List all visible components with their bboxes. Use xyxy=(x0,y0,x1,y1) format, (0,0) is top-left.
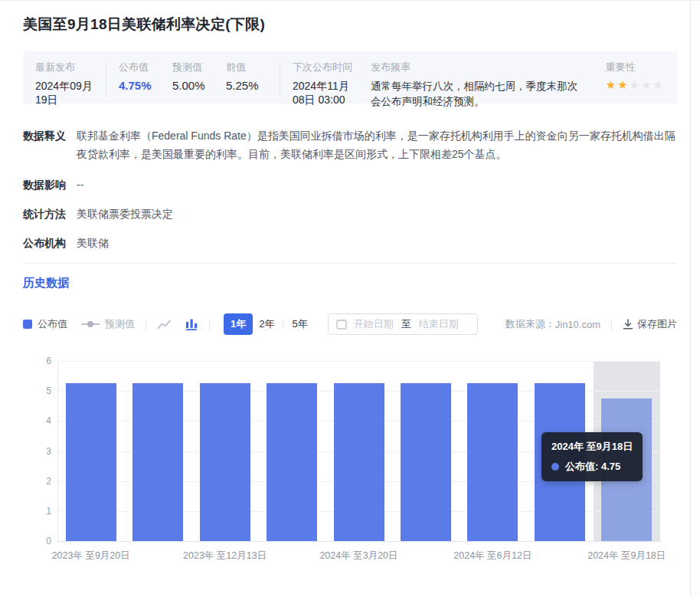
previous-value: 5.25% xyxy=(226,79,267,93)
detail-value: -- xyxy=(77,175,83,194)
importance-label: 重要性 xyxy=(606,61,665,74)
bar[interactable] xyxy=(132,383,183,541)
y-axis-label: 6 xyxy=(28,356,51,366)
tooltip-series-row: 公布值: 4.75 xyxy=(551,460,633,474)
y-axis-label: 3 xyxy=(28,446,51,457)
range-button-5y[interactable]: 5年 xyxy=(286,313,313,335)
latest-release-label: 最新发布 xyxy=(35,61,93,74)
published-value: 4.75% xyxy=(119,79,160,93)
start-date-placeholder[interactable]: 开始日期 xyxy=(354,317,394,331)
history-bar-chart[interactable]: 65432102024年 至9月18日2024年 至6月12日2024年 至3月… xyxy=(23,346,677,576)
right-tools: 数据来源： Jin10.com 保存图片 xyxy=(505,317,677,331)
save-image-button[interactable]: 保存图片 xyxy=(623,317,677,331)
bar[interactable] xyxy=(467,383,518,541)
x-axis-label: 2023年 至12月13日 xyxy=(160,549,290,563)
detail-label: 数据影响 xyxy=(23,175,77,194)
next-release-col: 下次公布时间 2024年11月08日 03:00 xyxy=(293,61,358,107)
detail-row: 数据影响 -- xyxy=(23,175,677,194)
date-separator: 至 xyxy=(401,317,411,331)
divider xyxy=(209,319,210,330)
divider xyxy=(611,319,612,330)
forecast-label: 预测值 xyxy=(172,61,214,74)
y-axis-label: 1 xyxy=(28,506,51,517)
forecast-value: 5.00% xyxy=(172,79,214,93)
published-col: 公布值 4.75% xyxy=(119,61,160,93)
divider xyxy=(106,62,106,96)
x-axis-label: 2023年 至9月20日 xyxy=(26,549,156,563)
range-button-2y[interactable]: 2年 xyxy=(253,313,280,335)
star-icon: ★ xyxy=(606,78,617,91)
previous-col: 前值 5.25% xyxy=(226,61,267,93)
frequency-value: 通常每年举行八次，相隔约七周，季度末那次会公布声明和经济预测。 xyxy=(371,79,582,110)
previous-label: 前值 xyxy=(226,61,267,74)
star-icon: ★ xyxy=(641,78,653,91)
legend-label: 公布值 xyxy=(38,317,67,331)
chart-controls: 公布值 预测值 1年 2年 5年 xyxy=(23,313,677,335)
detail-label: 统计方法 xyxy=(23,205,77,223)
legend-line-dot-icon xyxy=(81,323,100,325)
bar[interactable] xyxy=(334,383,384,541)
latest-release-value: 2024年09月19日 xyxy=(35,79,93,107)
detail-row: 公布机构 美联储 xyxy=(23,234,677,252)
latest-release-col: 最新发布 2024年09月19日 xyxy=(35,61,93,107)
y-axis-label: 0 xyxy=(28,536,51,546)
y-axis-label: 2 xyxy=(28,476,51,487)
detail-label: 公布机构 xyxy=(23,234,77,252)
next-release-value: 2024年11月08日 03:00 xyxy=(293,79,358,107)
x-axis-label: 2024年 至9月18日 xyxy=(561,549,692,563)
chart-tooltip: 2024年 至9月18日 公布值: 4.75 xyxy=(541,432,643,481)
bar[interactable] xyxy=(66,383,116,541)
legend-item-published[interactable]: 公布值 xyxy=(23,317,67,331)
detail-value: 美联储 xyxy=(77,234,109,252)
detail-rows: 数据释义 联邦基金利率（Federal Funds Rate）是指美国同业拆借市… xyxy=(23,126,677,252)
forecast-col: 预测值 5.00% xyxy=(172,61,214,93)
tooltip-title: 2024年 至9月18日 xyxy=(551,440,633,454)
tooltip-series-value: 公布值: 4.75 xyxy=(565,460,620,474)
data-source-value: Jin10.com xyxy=(555,319,600,330)
calendar-icon xyxy=(336,319,347,330)
end-date-placeholder[interactable]: 结束日期 xyxy=(419,317,459,331)
y-axis-line xyxy=(57,361,58,541)
section-divider xyxy=(23,263,677,264)
y-axis-label: 4 xyxy=(28,415,51,426)
legend-label: 预测值 xyxy=(105,317,135,331)
published-label: 公布值 xyxy=(119,61,160,74)
x-axis-label: 2024年 至6月12日 xyxy=(427,549,558,563)
importance-stars: ★★★★★ xyxy=(606,79,665,91)
bar[interactable] xyxy=(267,383,317,541)
range-button-1y[interactable]: 1年 xyxy=(224,313,253,335)
download-icon xyxy=(623,319,633,330)
divider xyxy=(283,320,283,329)
legend-item-forecast[interactable]: 预测值 xyxy=(81,317,135,331)
y-axis-label: 5 xyxy=(28,385,51,396)
gridline xyxy=(57,361,660,362)
indicator-detail-page: 美国至9月18日美联储利率决定(下限) 最新发布 2024年09月19日 公布值… xyxy=(0,0,700,597)
x-axis-line xyxy=(57,541,660,542)
importance-col: 重要性 ★★★★★ xyxy=(606,61,665,91)
detail-value: 美联储票委投票决定 xyxy=(77,205,173,223)
bar[interactable] xyxy=(200,383,250,541)
data-source-label: 数据来源： xyxy=(505,317,555,331)
legend-square-icon xyxy=(23,320,32,329)
page-title: 美国至9月18日美联储利率决定(下限) xyxy=(23,15,677,34)
line-chart-icon[interactable] xyxy=(157,319,172,330)
detail-value: 联邦基金利率（Federal Funds Rate）是指美国同业拆借市场的利率，… xyxy=(77,126,677,163)
scrollbar-track[interactable] xyxy=(690,1,700,597)
x-axis-label: 2024年 至3月20日 xyxy=(294,549,424,563)
divider xyxy=(280,62,280,96)
save-image-label: 保存图片 xyxy=(637,317,677,331)
date-range-picker[interactable]: 开始日期 至 结束日期 xyxy=(328,313,478,335)
divider xyxy=(146,319,146,330)
star-icon: ★ xyxy=(617,78,629,91)
bar-chart-icon[interactable] xyxy=(185,318,198,330)
detail-label: 数据释义 xyxy=(23,126,77,163)
series-dot-icon xyxy=(551,463,559,471)
range-buttons: 1年 2年 5年 xyxy=(224,313,314,335)
frequency-label: 发布频率 xyxy=(371,61,582,74)
star-icon: ★ xyxy=(630,78,641,91)
summary-card: 最新发布 2024年09月19日 公布值 4.75% 预测值 5.00% 前值 … xyxy=(23,51,677,103)
bar[interactable] xyxy=(401,383,451,541)
detail-row: 数据释义 联邦基金利率（Federal Funds Rate）是指美国同业拆借市… xyxy=(23,126,677,163)
next-release-label: 下次公布时间 xyxy=(293,61,358,74)
history-section-title: 历史数据 xyxy=(23,276,677,290)
